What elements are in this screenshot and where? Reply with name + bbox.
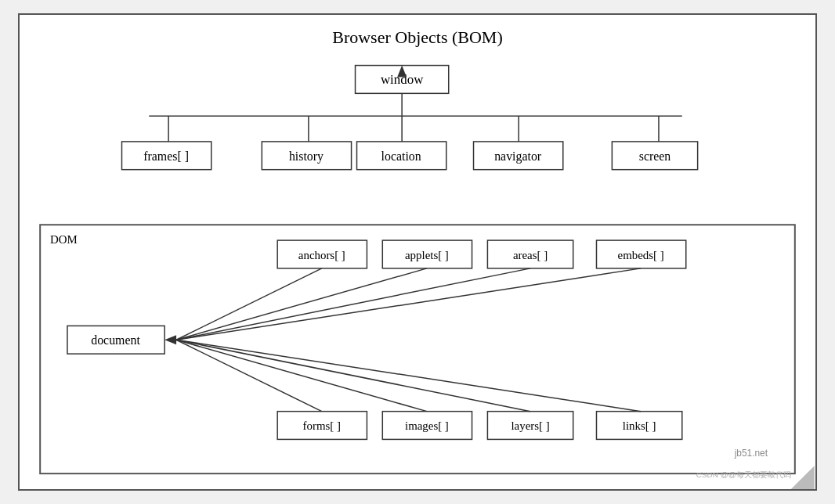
svg-text:DOM: DOM xyxy=(50,233,78,246)
svg-text:frames[ ]: frames[ ] xyxy=(143,149,189,163)
svg-text:areas[ ]: areas[ ] xyxy=(513,249,548,261)
svg-text:embeds[ ]: embeds[ ] xyxy=(618,249,664,261)
svg-text:screen: screen xyxy=(639,149,671,163)
svg-text:location: location xyxy=(381,149,421,163)
svg-text:layers[ ]: layers[ ] xyxy=(511,419,549,432)
diagram-container: Browser Objects (BOM) window frames[ ] h… xyxy=(18,13,817,491)
svg-text:links[ ]: links[ ] xyxy=(623,419,656,432)
svg-text:jb51.net: jb51.net xyxy=(734,448,768,459)
svg-text:document: document xyxy=(91,333,140,347)
svg-text:forms[ ]: forms[ ] xyxy=(303,419,341,432)
svg-text:anchors[ ]: anchors[ ] xyxy=(298,249,345,261)
svg-text:images[ ]: images[ ] xyxy=(405,419,449,432)
svg-text:CSDN @@每天都要敲代码: CSDN @@每天都要敲代码 xyxy=(696,470,791,479)
svg-text:history: history xyxy=(289,149,324,164)
svg-text:navigator: navigator xyxy=(494,149,542,164)
svg-text:applets[ ]: applets[ ] xyxy=(405,249,449,261)
